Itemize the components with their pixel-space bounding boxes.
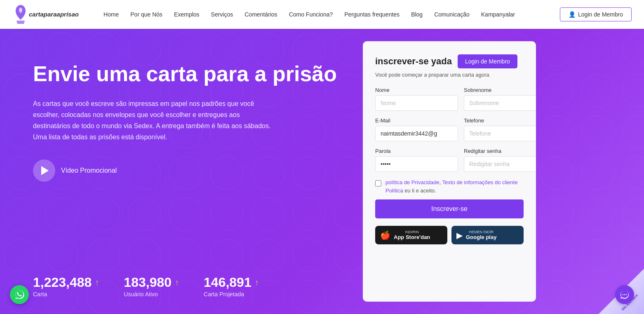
- google-play-icon: ▶: [456, 230, 463, 240]
- form-heading: inscrever-se yada: [375, 56, 452, 67]
- whatsapp-icon: [14, 289, 25, 300]
- video-play-icon[interactable]: [33, 159, 55, 182]
- google-play-button[interactable]: ▶ HEMEN İNDİR Google play: [451, 226, 524, 244]
- svg-point-0: [623, 294, 623, 295]
- chat-float-button[interactable]: [615, 285, 634, 304]
- nome-label: Nome: [375, 87, 458, 93]
- whatsapp-float-button[interactable]: [10, 285, 29, 304]
- privacy-row: política de Privacidade, Texto de inform…: [375, 178, 524, 194]
- nav-faq[interactable]: Perguntas frequentes: [344, 11, 400, 18]
- hero-content: Envie uma carta para a prisão As cartas …: [0, 29, 363, 314]
- stat-cartas-label: Carta: [33, 291, 99, 298]
- register-button[interactable]: Inscrever-se: [375, 199, 524, 218]
- nav-login-label: Login de Membro: [578, 11, 623, 18]
- nav-blog[interactable]: Blog: [411, 11, 423, 18]
- sobrenome-input[interactable]: [464, 95, 536, 111]
- stat-usuarios-arrow: ↑: [175, 278, 179, 287]
- email-label: E-Mail: [375, 117, 458, 124]
- redigitar-input[interactable]: [464, 156, 536, 172]
- app-store-button[interactable]: 🍎 Indirin App Store'dan: [375, 226, 447, 244]
- email-group: E-Mail: [375, 117, 458, 141]
- privacy-suffix: eu li e aceito.: [404, 187, 436, 194]
- video-label: Vídeo Promocional: [61, 167, 117, 174]
- privacy-link1[interactable]: política de Privacidade: [385, 179, 440, 185]
- form-header: inscrever-se yada Login de Membro: [375, 54, 524, 68]
- telefone-group: Telefone: [464, 117, 536, 141]
- nav-exemplos[interactable]: Exemplos: [174, 11, 199, 18]
- google-play-sub: HEMEN İNDİR: [466, 230, 496, 234]
- stat-cartas-arrow: ↑: [95, 278, 99, 287]
- privacy-checkbox[interactable]: [375, 179, 381, 187]
- nav-login-button[interactable]: 👤 Login de Membro: [560, 7, 632, 21]
- nav-comentarios[interactable]: Comentários: [244, 11, 277, 18]
- user-icon: 👤: [569, 11, 576, 18]
- parola-label: Parola: [375, 148, 458, 154]
- stat-usuarios-number: 183,980: [124, 275, 172, 290]
- sobrenome-group: Sobrenome: [464, 87, 536, 111]
- form-subtitle: Você pode começar a preparar uma carta a…: [375, 72, 524, 78]
- telefone-input[interactable]: [464, 126, 536, 141]
- app-store-name: App Store'dan: [394, 234, 430, 240]
- nav-por-que[interactable]: Por que Nós: [130, 11, 162, 18]
- nav-comunicacao[interactable]: Comunicação: [434, 11, 470, 18]
- registration-form-panel: inscrever-se yada Login de Membro Você p…: [363, 41, 536, 302]
- nav-kampanyalar[interactable]: Kampanyalar: [481, 11, 515, 18]
- form-login-button[interactable]: Login de Membro: [458, 54, 517, 68]
- stat-cartas: 1,223,488 ↑ Carta: [33, 275, 99, 298]
- nav-como-funciona[interactable]: Como Funciona?: [289, 11, 333, 18]
- svg-point-2: [626, 294, 627, 295]
- google-play-name: Google play: [466, 234, 496, 240]
- app-buttons: 🍎 Indirin App Store'dan ▶ HEMEN İNDİR Go…: [375, 226, 524, 244]
- brand-name: cartaparaaprisao: [29, 11, 79, 18]
- parola-group: Parola: [375, 148, 458, 172]
- nav-links: Home Por que Nós Exemplos Serviços Comen…: [103, 11, 560, 18]
- hero-description: As cartas que você escreve são impressas…: [33, 98, 272, 143]
- email-phone-row: E-Mail Telefone: [375, 117, 524, 141]
- stat-projetada-arrow: ↑: [255, 278, 259, 287]
- stat-projetada-number: 146,891: [204, 275, 251, 290]
- parola-input[interactable]: [375, 156, 458, 172]
- redigitar-group: Redigitar senha: [464, 148, 536, 172]
- stat-usuarios: 183,980 ↑ Usuário Ativo: [124, 275, 179, 298]
- navbar: cartaparaaprisao Home Por que Nós Exempl…: [0, 0, 644, 29]
- video-button[interactable]: Vídeo Promocional: [33, 159, 338, 182]
- stat-projetada: 146,891 ↑ Carta Projetada: [204, 275, 259, 298]
- stat-projetada-label: Carta Projetada: [204, 291, 259, 298]
- name-row: Nome Sobrenome: [375, 87, 524, 111]
- nome-input[interactable]: [375, 95, 458, 111]
- privacy-text: política de Privacidade, Texto de inform…: [385, 178, 524, 194]
- stat-usuarios-label: Usuário Ativo: [124, 291, 179, 298]
- brand-logo[interactable]: cartaparaaprisao: [12, 4, 79, 25]
- email-input[interactable]: [375, 126, 458, 141]
- password-row: Parola Redigitar senha: [375, 148, 524, 172]
- apple-icon: 🍎: [380, 230, 390, 240]
- redigitar-label: Redigitar senha: [464, 148, 536, 154]
- svg-point-1: [624, 294, 625, 295]
- hero-section: Envie uma carta para a prisão As cartas …: [0, 29, 644, 314]
- nav-servicos[interactable]: Serviços: [211, 11, 233, 18]
- telefone-label: Telefone: [464, 117, 536, 124]
- nav-home[interactable]: Home: [103, 11, 119, 18]
- nome-group: Nome: [375, 87, 458, 111]
- app-store-sub: Indirin: [394, 230, 430, 234]
- stats-container: 1,223,488 ↑ Carta 183,980 ↑ Usuário Ativ…: [33, 275, 338, 298]
- chat-icon: [620, 290, 630, 300]
- sobrenome-label: Sobrenome: [464, 87, 536, 93]
- hero-title: Envie uma carta para a prisão: [33, 62, 338, 87]
- stat-cartas-number: 1,223,488: [33, 275, 92, 290]
